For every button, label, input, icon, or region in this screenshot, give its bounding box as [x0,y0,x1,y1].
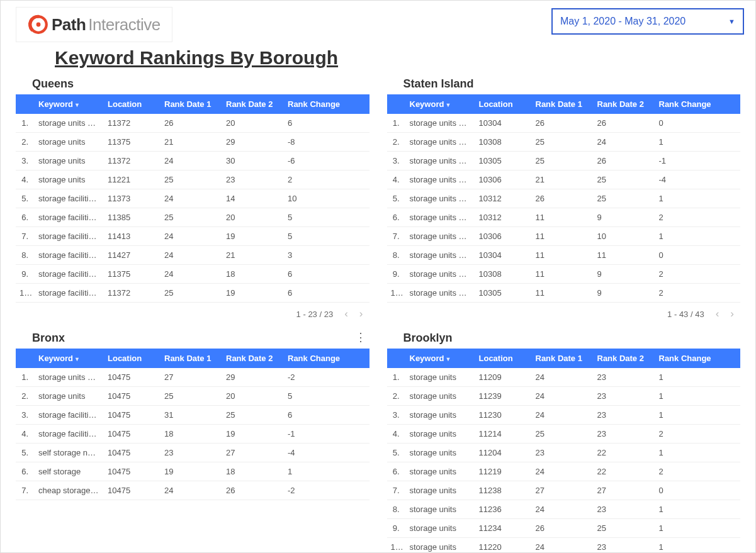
table-row[interactable]: 1.storage units1120924231 [387,368,741,387]
table-row[interactable]: 4.storage units n…103062125-4 [387,170,741,189]
table-row[interactable]: 6.storage faciliti…1138525205 [16,208,370,227]
cell-rank-1: 24 [161,246,222,265]
table-row[interactable]: 9.storage units1123426251 [387,519,741,538]
table-row[interactable]: 8.storage units n…1030411110 [387,246,741,265]
cell-keyword: storage units n… [406,265,475,284]
col-rank-1[interactable]: Rank Date 1 [161,94,222,114]
cell-rank-1: 26 [532,189,594,208]
table-row[interactable]: 6.storage units1121924222 [387,462,741,481]
cell-keyword: storage units [406,444,475,462]
table-row[interactable]: 5.self storage ne…104752327-4 [16,444,370,462]
col-rank-2[interactable]: Rank Date 2 [594,349,655,368]
cell-rank-2: 9 [594,284,655,303]
table-row[interactable]: 7.storage faciliti…1141324195 [16,227,370,246]
logo-text-sub: Interactive [88,15,160,35]
col-location[interactable]: Location [104,94,161,114]
table-row[interactable]: 6.self storage1047519181 [16,462,370,481]
cell-rank-2: 10 [594,227,655,246]
table-row[interactable]: 4.storage units1122125232 [16,170,370,189]
page-next-icon[interactable]: › [730,308,734,320]
section-bronx: ⋮ Bronx Keyword▼ Location Rank Date 1 Ra… [16,323,370,553]
col-keyword[interactable]: Keyword▼ [35,94,104,114]
kebab-menu-icon[interactable]: ⋮ [354,332,367,343]
table-row[interactable]: 5.storage units1120423221 [387,444,741,462]
cell-rank-1: 21 [161,133,222,152]
cell-rank-change: 1 [655,406,741,425]
col-rank-change[interactable]: Rank Change [655,94,741,114]
table-row[interactable]: 1…storage units1122024231 [387,538,741,554]
table-row[interactable]: 3.storage units1123024231 [387,406,741,425]
table-row[interactable]: 9.storage faciliti…1137524186 [16,265,370,284]
col-rank-1[interactable]: Rank Date 1 [532,94,594,114]
col-location[interactable]: Location [475,94,532,114]
row-index: 4. [387,425,406,444]
cell-keyword: storage units n… [406,246,475,265]
row-index: 7. [387,481,406,500]
col-keyword[interactable]: Keyword▼ [35,349,104,368]
table-row[interactable]: 3.storage units113722430-6 [16,152,370,170]
table-row[interactable]: 5.storage faciliti…11373241410 [16,189,370,208]
col-rank-change[interactable]: Rank Change [655,349,741,368]
table-row[interactable]: 4.storage units1121425232 [387,425,741,444]
col-location[interactable]: Location [104,349,161,368]
col-index [387,349,406,368]
cell-rank-1: 11 [532,284,594,303]
table-row[interactable]: 1…storage units n…103051192 [387,284,741,303]
table-row[interactable]: 7.storage units1123827270 [387,481,741,500]
table-row[interactable]: 2.storage units113752129-8 [16,133,370,152]
caret-down-icon: ▼ [728,18,735,25]
table-row[interactable]: 6.storage units n…103121192 [387,208,741,227]
table-row[interactable]: 3.storage faciliti…1047531256 [16,406,370,425]
svg-point-1 [37,23,41,27]
col-rank-2[interactable]: Rank Date 2 [594,94,655,114]
table-row[interactable]: 8.storage units1123624231 [387,500,741,519]
tbody-staten: 1.storage units n…10304262602.storage un… [387,114,741,303]
cell-keyword: storage units [406,462,475,481]
col-location[interactable]: Location [475,349,532,368]
col-rank-2[interactable]: Rank Date 2 [222,94,284,114]
table-row[interactable]: 2.storage units1123924231 [387,387,741,406]
table-row[interactable]: 1.storage units n…104752729-2 [16,368,370,387]
table-row[interactable]: 3.storage units n…103052526-1 [387,152,741,170]
table-bronx: Keyword▼ Location Rank Date 1 Rank Date … [16,349,370,500]
col-rank-1[interactable]: Rank Date 1 [532,349,594,368]
col-rank-1[interactable]: Rank Date 1 [161,349,222,368]
cell-location: 10305 [475,284,532,303]
cell-rank-2: 26 [594,152,655,170]
cell-rank-2: 18 [222,462,284,481]
cell-keyword: storage units n… [406,189,475,208]
page-next-icon[interactable]: › [359,308,363,320]
date-range-picker[interactable]: May 1, 2020 - May 31, 2020 ▼ [551,8,744,35]
table-row[interactable]: 2.storage units1047525205 [16,387,370,406]
row-index: 9. [387,519,406,538]
row-index: 3. [387,152,406,170]
col-keyword[interactable]: Keyword▼ [406,94,475,114]
row-index: 1. [16,368,35,387]
col-rank-change[interactable]: Rank Change [284,94,370,114]
cell-rank-1: 27 [161,368,222,387]
cell-rank-2: 19 [222,227,284,246]
col-rank-change[interactable]: Rank Change [284,349,370,368]
row-index: 3. [387,406,406,425]
table-row[interactable]: 1…storage faciliti…1137225196 [16,284,370,303]
table-row[interactable]: 9.storage units n…103081192 [387,265,741,284]
cell-rank-1: 24 [532,406,594,425]
table-row[interactable]: 8.storage faciliti…1142724213 [16,246,370,265]
col-keyword[interactable]: Keyword▼ [406,349,475,368]
table-row[interactable]: 7.cheap storage …104752426-2 [16,481,370,500]
cell-rank-1: 25 [161,208,222,227]
page-prev-icon[interactable]: ‹ [344,308,348,320]
page-prev-icon[interactable]: ‹ [716,308,719,320]
cell-rank-1: 24 [161,152,222,170]
table-brooklyn: Keyword▼ Location Rank Date 1 Rank Date … [387,349,741,553]
table-row[interactable]: 5.storage units n…1031226251 [387,189,741,208]
col-rank-2[interactable]: Rank Date 2 [222,349,284,368]
table-row[interactable]: 4.storage faciliti…104751819-1 [16,425,370,444]
table-row[interactable]: 2.storage units n…1030825241 [387,133,741,152]
table-row[interactable]: 1.storage units n…1137226206 [16,114,370,133]
row-index: 5. [16,189,35,208]
row-index: 5. [387,189,406,208]
table-row[interactable]: 1.storage units n…1030426260 [387,114,741,133]
row-index: 6. [16,208,35,227]
table-row[interactable]: 7.storage units n…1030611101 [387,227,741,246]
